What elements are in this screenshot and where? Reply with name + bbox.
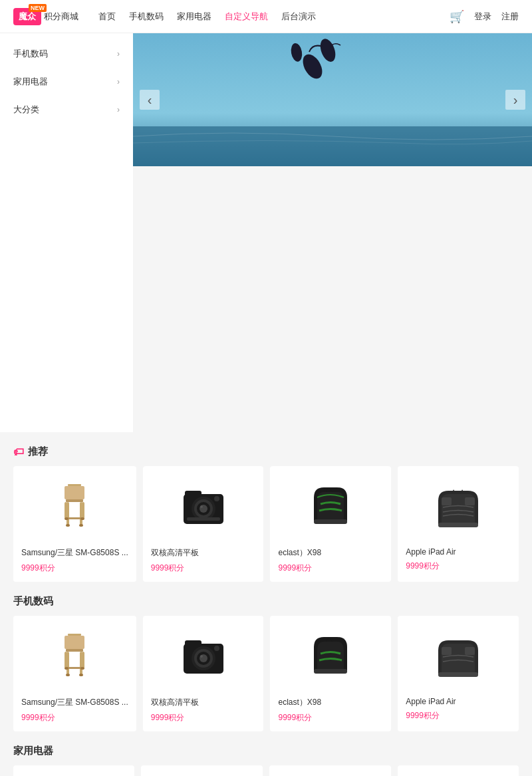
nav-item-demo[interactable]: 后台演示: [281, 11, 316, 23]
sidebar-item-category[interactable]: 大分类 ›: [0, 96, 133, 124]
product-name-mob-3: eclast）X98: [278, 697, 383, 708]
banner-next-button[interactable]: ›: [505, 90, 525, 110]
recommended-grid: Samsung/三星 SM-G8508S ... 9999积分: [13, 466, 519, 582]
sidebar-arrow-category: ›: [117, 105, 120, 114]
svg-point-38: [66, 674, 70, 676]
product-name-mob-2: 双核高清平板: [151, 697, 256, 708]
nav-item-appliance[interactable]: 家用电器: [177, 11, 211, 23]
sidebar-arrow-appliance: ›: [117, 77, 120, 86]
logo-box: 魔众 NEW: [13, 8, 41, 25]
svg-rect-7: [66, 499, 83, 502]
product-card-mob-2[interactable]: 双核高清平板 9999积分: [143, 616, 264, 731]
product-card-rec-2[interactable]: 双核高清平板 9999积分: [143, 466, 264, 582]
product-img-app-2: [149, 773, 255, 776]
svg-rect-52: [442, 647, 452, 655]
svg-rect-5: [68, 484, 81, 486]
sidebar-item-mobile-label: 手机数码: [13, 48, 48, 60]
product-price-mob-2: 9999积分: [151, 712, 256, 723]
svg-rect-28: [442, 497, 452, 505]
product-card-rec-1[interactable]: Samsung/三星 SM-G8508S ... 9999积分: [13, 466, 136, 582]
svg-point-15: [65, 517, 68, 520]
section-mobile: 手机数码: [13, 595, 519, 731]
product-img-mob-4: [406, 624, 511, 690]
banner-image: [133, 33, 532, 166]
svg-point-24: [214, 496, 219, 501]
product-card-app-2[interactable]: 八核超薄大屏5.5吋双卡手机... 9999积分: [141, 765, 263, 776]
product-price-rec-3: 9999积分: [278, 563, 383, 574]
svg-rect-11: [82, 502, 84, 519]
svg-rect-51: [438, 672, 478, 677]
svg-point-41: [80, 667, 84, 670]
product-price-mob-4: 9999积分: [406, 710, 511, 721]
svg-rect-25: [187, 517, 220, 521]
camera-svg-1: [174, 477, 233, 537]
svg-rect-27: [438, 523, 478, 527]
product-name-mob-4: Apple iPad Air: [406, 697, 511, 706]
svg-rect-26: [314, 519, 347, 524]
section-title-recommended: 🏷 推荐: [13, 446, 519, 458]
header-right: 🛒 登录 注册: [450, 9, 519, 24]
svg-point-13: [66, 524, 70, 527]
svg-rect-36: [82, 652, 84, 668]
sidebar-item-category-label: 大分类: [13, 104, 39, 116]
sidebar-item-mobile[interactable]: 手机数码 ›: [0, 40, 133, 68]
section-title-mobile: 手机数码: [13, 595, 519, 608]
product-img-mob-1: [21, 624, 128, 690]
nav-item-custom[interactable]: 自定义导航: [225, 11, 268, 23]
shoes-svg-2: [301, 627, 360, 687]
login-button[interactable]: 登录: [474, 11, 491, 23]
main-nav: 首页 手机数码 家用电器 自定义导航 后台演示: [98, 11, 450, 23]
logo-text: 魔众: [19, 11, 36, 21]
svg-rect-29: [465, 497, 475, 505]
sidebar: 手机数码 › 家用电器 › 大分类 ›: [0, 33, 133, 432]
svg-rect-37: [66, 667, 82, 669]
product-card-rec-4[interactable]: Apple iPad Air 9999积分: [398, 466, 519, 582]
svg-point-23: [200, 505, 203, 508]
nav-item-mobile[interactable]: 手机数码: [129, 11, 164, 23]
svg-rect-50: [314, 669, 347, 674]
svg-rect-18: [185, 491, 201, 496]
content-area: 🏷 推荐: [0, 432, 532, 776]
svg-rect-32: [66, 649, 83, 652]
product-card-mob-3[interactable]: eclast）X98 9999积分: [270, 616, 391, 731]
svg-point-14: [79, 524, 83, 527]
product-name-mob-1: Samsung/三星 SM-G8508S ...: [21, 697, 128, 708]
product-card-mob-1[interactable]: Samsung/三星 SM-G8508S ... 9999积分: [13, 616, 136, 731]
banner: ‹ ›: [133, 33, 532, 166]
svg-rect-6: [65, 486, 84, 499]
product-img-rec-2: [151, 474, 256, 541]
logo-sub: 积分商城: [44, 11, 78, 23]
sidebar-arrow-mobile: ›: [117, 49, 120, 59]
product-img-mob-2: [151, 624, 256, 690]
product-name-rec-3: eclast）X98: [278, 547, 383, 559]
product-price-rec-4: 9999积分: [406, 561, 511, 572]
svg-rect-30: [68, 634, 81, 636]
nav-item-home[interactable]: 首页: [98, 11, 116, 23]
svg-rect-1: [133, 126, 532, 166]
main-layout: 手机数码 › 家用电器 › 大分类 ›: [0, 33, 532, 432]
camera-svg-2: [174, 627, 233, 687]
sidebar-item-appliance[interactable]: 家用电器 ›: [0, 68, 133, 96]
product-card-app-3[interactable]: Apple iPad Air 9999积分: [269, 765, 390, 776]
register-button[interactable]: 注册: [501, 11, 519, 23]
svg-point-49: [214, 646, 219, 651]
chair-svg-2: [45, 627, 104, 687]
section-appliance: 家用电器 SUN 9: [13, 745, 519, 776]
cart-icon[interactable]: 🛒: [450, 9, 464, 24]
shoes-svg-1: [301, 477, 360, 537]
product-img-rec-4: [406, 474, 511, 541]
product-img-mob-3: [278, 624, 383, 690]
section-recommended: 🏷 推荐: [13, 446, 519, 582]
product-card-rec-3[interactable]: eclast）X98 9999积分: [270, 466, 391, 582]
svg-point-40: [65, 667, 68, 670]
product-card-mob-4[interactable]: Apple iPad Air 9999积分: [398, 616, 519, 731]
product-price-rec-2: 9999积分: [151, 563, 256, 574]
appliance-grid: SUN 9 智能4G手机包邮 黑色 D-LT... 8999积分: [13, 765, 519, 776]
product-card-app-1[interactable]: SUN 9 智能4G手机包邮 黑色 D-LT... 8999积分: [13, 765, 134, 776]
svg-rect-53: [465, 647, 475, 655]
svg-point-39: [79, 674, 83, 676]
product-card-app-4[interactable]: Apple iPad Air 101积分: [398, 765, 519, 776]
recommended-label: 推荐: [28, 446, 48, 458]
logo-badge: NEW: [29, 4, 47, 12]
banner-prev-button[interactable]: ‹: [140, 90, 160, 110]
